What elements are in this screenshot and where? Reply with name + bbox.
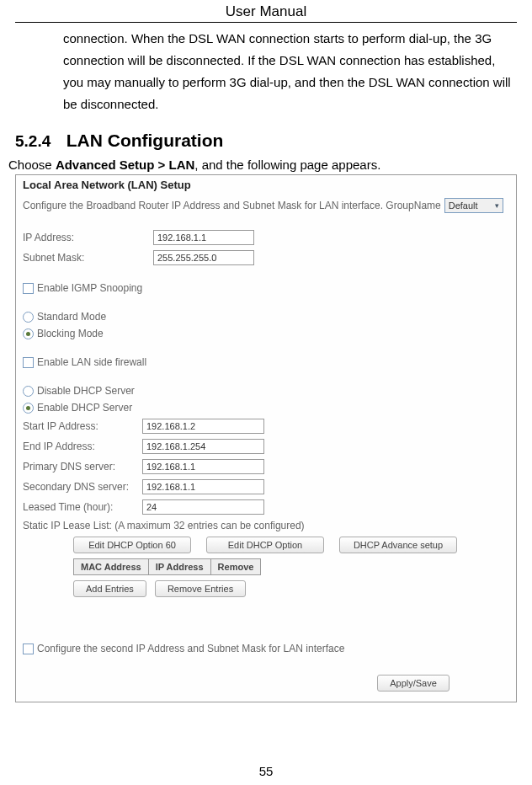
group-name-select[interactable]: Default ▾ (444, 198, 503, 213)
disable-dhcp-radio[interactable] (23, 386, 34, 397)
subnet-mask-input[interactable]: 255.255.255.0 (153, 250, 254, 265)
th-mac: MAC Address (74, 559, 149, 575)
instruction-path: Advanced Setup > LAN (56, 158, 194, 172)
primary-dns-label: Primary DNS server: (23, 461, 142, 473)
section-heading: 5.2.4 LAN Configuration (0, 115, 532, 158)
instruction-suffix: , and the following page appears. (194, 158, 380, 172)
enable-dhcp-label: Enable DHCP Server (37, 402, 132, 414)
lease-table: MAC Address IP Address Remove (73, 558, 261, 575)
disable-dhcp-label: Disable DHCP Server (37, 385, 135, 397)
subnet-mask-label: Subnet Mask: (23, 252, 153, 264)
instruction-prefix: Choose (8, 158, 56, 172)
blocking-mode-label: Blocking Mode (37, 328, 104, 339)
dhcp-advance-button[interactable]: DHCP Advance setup (339, 537, 457, 553)
page-number: 55 (0, 764, 532, 778)
start-ip-label: Start IP Address: (23, 420, 142, 432)
section-number: 5.2.4 (15, 132, 51, 150)
edit-dhcp-button[interactable]: Edit DHCP Option (206, 537, 324, 553)
chevron-down-icon: ▾ (495, 201, 499, 210)
second-ip-checkbox[interactable] (23, 643, 34, 654)
end-ip-input[interactable]: 192.168.1.254 (142, 439, 264, 454)
blocking-mode-radio[interactable] (23, 328, 34, 339)
th-remove: Remove (210, 559, 261, 575)
add-entries-button[interactable]: Add Entries (73, 580, 146, 597)
firewall-label: Enable LAN side firewall (37, 356, 146, 368)
igmp-checkbox[interactable] (23, 283, 34, 294)
igmp-label: Enable IGMP Snooping (37, 282, 142, 294)
lan-screenshot: Local Area Network (LAN) Setup Configure… (15, 174, 517, 702)
start-ip-input[interactable]: 192.168.1.2 (142, 419, 264, 434)
ip-address-label: IP Address: (23, 232, 153, 243)
second-ip-label: Configure the second IP Address and Subn… (37, 643, 344, 654)
enable-dhcp-radio[interactable] (23, 403, 34, 414)
body-paragraph: connection. When the DSL WAN connection … (0, 23, 532, 115)
leased-time-input[interactable]: 24 (142, 499, 264, 515)
firewall-checkbox[interactable] (23, 357, 34, 368)
ip-address-input[interactable]: 192.168.1.1 (153, 230, 254, 245)
th-ip: IP Address (148, 559, 210, 575)
static-lease-text: Static IP Lease List: (A maximum 32 entr… (23, 520, 305, 531)
lan-heading: Local Area Network (LAN) Setup (23, 179, 509, 191)
configure-text: Configure the Broadband Router IP Addres… (23, 200, 441, 211)
apply-save-button[interactable]: Apply/Save (377, 675, 450, 692)
instruction-text: Choose Advanced Setup > LAN, and the fol… (0, 158, 532, 172)
remove-entries-button[interactable]: Remove Entries (155, 580, 246, 597)
secondary-dns-label: Secondary DNS server: (23, 481, 142, 493)
standard-mode-label: Standard Mode (37, 311, 106, 323)
page-title: User Manual (15, 0, 517, 23)
primary-dns-input[interactable]: 192.168.1.1 (142, 459, 264, 474)
leased-time-label: Leased Time (hour): (23, 501, 142, 513)
standard-mode-radio[interactable] (23, 312, 34, 323)
end-ip-label: End IP Address: (23, 441, 142, 452)
secondary-dns-input[interactable]: 192.168.1.1 (142, 479, 264, 494)
section-title: LAN Configuration (66, 131, 224, 150)
group-name-value: Default (449, 200, 478, 211)
edit-dhcp-60-button[interactable]: Edit DHCP Option 60 (73, 537, 191, 553)
